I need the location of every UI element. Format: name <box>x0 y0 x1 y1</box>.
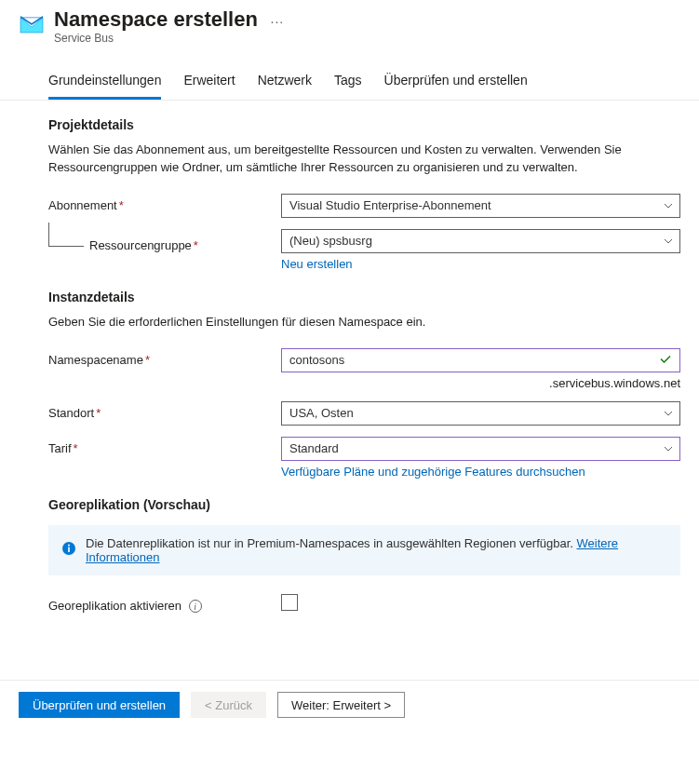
namespace-suffix: .servicebus.windows.net <box>281 376 680 390</box>
browse-plans-link[interactable]: Verfügbare Pläne und zugehörige Features… <box>281 465 585 479</box>
georeplication-section-title: Georeplikation (Vorschau) <box>48 497 680 512</box>
validation-check-icon <box>659 352 672 368</box>
tier-label: Tarif* <box>48 437 281 455</box>
info-tooltip-icon[interactable]: i <box>189 600 202 613</box>
tab-advanced[interactable]: Erweitert <box>183 65 235 100</box>
tab-network[interactable]: Netzwerk <box>258 65 312 100</box>
back-button: < Zurück <box>191 692 266 718</box>
instance-section-desc: Geben Sie die erforderlichen Einstellung… <box>48 314 625 331</box>
info-banner-text: Die Datenreplikation ist nur in Premium-… <box>86 536 577 550</box>
chevron-down-icon <box>663 408 674 419</box>
page-header: Namespace erstellen ··· Service Bus <box>0 0 699 56</box>
info-banner: Die Datenreplikation ist nur in Premium-… <box>48 525 680 575</box>
enable-georeplication-label: Georeplikation aktivieren i <box>48 594 281 614</box>
resourcegroup-select[interactable]: (Neu) spsbusrg <box>281 229 680 253</box>
enable-georeplication-checkbox[interactable] <box>281 594 298 611</box>
chevron-down-icon <box>663 443 674 454</box>
svg-point-5 <box>68 545 70 547</box>
indent-connector <box>48 223 84 247</box>
tab-tags[interactable]: Tags <box>334 65 362 100</box>
more-menu[interactable]: ··· <box>271 14 285 29</box>
info-icon <box>61 541 76 559</box>
next-button[interactable]: Weiter: Erweitert > <box>277 692 405 718</box>
form-content: Projektdetails Wählen Sie das Abonnement… <box>0 101 699 642</box>
svg-rect-4 <box>68 547 70 553</box>
tab-bar: Grundeinstellungen Erweitert Netzwerk Ta… <box>0 65 699 101</box>
subscription-select[interactable]: Visual Studio Enterprise-Abonnement <box>281 194 680 218</box>
page-subtitle: Service Bus <box>54 32 284 45</box>
chevron-down-icon <box>663 200 674 211</box>
review-create-button[interactable]: Überprüfen und erstellen <box>19 692 180 718</box>
create-new-link[interactable]: Neu erstellen <box>281 257 353 271</box>
footer-actions: Überprüfen und erstellen < Zurück Weiter… <box>0 680 699 729</box>
tab-review[interactable]: Überprüfen und erstellen <box>384 65 528 100</box>
tier-select[interactable]: Standard <box>281 437 680 461</box>
location-select[interactable]: USA, Osten <box>281 401 680 426</box>
resourcegroup-label: Ressourcengruppe* <box>89 234 198 254</box>
project-section-title: Projektdetails <box>48 117 680 132</box>
namespacename-label: Namespacename* <box>48 348 281 367</box>
project-section-desc: Wählen Sie das Abonnement aus, um bereit… <box>48 142 625 177</box>
tab-basics[interactable]: Grundeinstellungen <box>48 65 161 100</box>
page-title: Namespace erstellen <box>54 7 258 32</box>
subscription-label: Abonnement* <box>48 194 281 212</box>
chevron-down-icon <box>663 236 674 247</box>
namespacename-input[interactable]: contosons <box>281 348 680 372</box>
service-bus-icon <box>19 11 45 37</box>
location-label: Standort* <box>48 401 281 420</box>
instance-section-title: Instanzdetails <box>48 290 680 304</box>
